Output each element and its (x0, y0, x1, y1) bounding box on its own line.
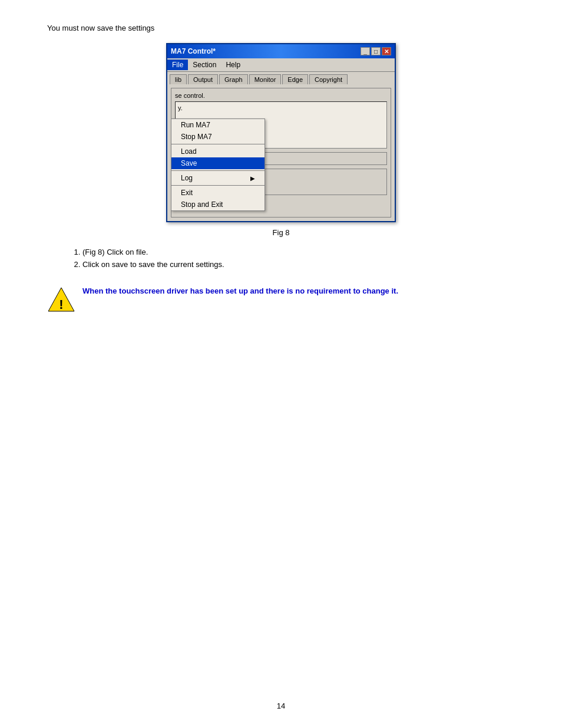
menu-help[interactable]: Help (221, 60, 245, 70)
menu-stop-and-exit[interactable]: Stop and Exit (171, 199, 265, 210)
minimize-button[interactable]: _ (361, 47, 370, 55)
restore-button[interactable]: □ (371, 47, 381, 55)
intro-text: You must now save the settings (47, 24, 515, 32)
title-bar: MA7 Control* _ □ ✕ (167, 44, 395, 58)
menu-separator-2 (171, 170, 265, 171)
menu-section[interactable]: Section (188, 60, 221, 70)
window-controls: _ □ ✕ (361, 47, 391, 55)
fig-caption: Fig 8 (47, 228, 515, 237)
dialog-body: se control. y. Select/Hold/Release Permi… (167, 84, 395, 221)
menu-separator-1 (171, 144, 265, 144)
instruction-list: (Fig 8) Click on file. Click on save to … (82, 248, 515, 269)
svg-text:!: ! (59, 297, 63, 312)
tab-graph[interactable]: Graph (219, 74, 248, 84)
menu-log-label: Log (181, 174, 193, 182)
tab-output[interactable]: Output (188, 74, 218, 84)
dialog-title: MA7 Control* (171, 47, 216, 55)
menu-stop-ma7[interactable]: Stop MA7 (171, 131, 265, 143)
menu-separator-3 (171, 185, 265, 186)
menu-load[interactable]: Load (171, 146, 265, 157)
warning-text: When the touchscreen driver has been set… (82, 285, 398, 297)
tab-lib-partial[interactable]: lib (170, 74, 187, 84)
menu-save[interactable]: Save (171, 157, 265, 169)
tab-copyright[interactable]: Copyright (309, 74, 348, 84)
tab-edge[interactable]: Edge (282, 74, 308, 84)
tab-monitor[interactable]: Monitor (249, 74, 282, 84)
warning-icon: ! (47, 285, 75, 314)
warning-box: ! When the touchscreen driver has been s… (47, 281, 515, 318)
instruction-2: Click on save to save the current settin… (82, 260, 515, 269)
dialog-window: MA7 Control* _ □ ✕ File Section Help lib… (166, 43, 396, 222)
menu-run-ma7[interactable]: Run MA7 (171, 119, 265, 131)
menu-bar: File Section Help (167, 58, 395, 72)
menu-exit[interactable]: Exit (171, 187, 265, 199)
content-line1: y. (178, 104, 384, 111)
warning-triangle-svg: ! (47, 285, 75, 314)
tab-subtitle: se control. (175, 92, 387, 99)
menu-file[interactable]: File (167, 60, 188, 70)
instruction-1: (Fig 8) Click on file. (82, 248, 515, 256)
file-dropdown-menu: Run MA7 Stop MA7 Load Save Log ▶ Exit St… (171, 118, 265, 211)
page-number: 14 (277, 701, 285, 710)
log-arrow-icon: ▶ (250, 175, 255, 182)
close-button[interactable]: ✕ (382, 47, 391, 55)
menu-log[interactable]: Log ▶ (171, 172, 265, 184)
tab-bar: lib Output Graph Monitor Edge Copyright (167, 72, 395, 84)
